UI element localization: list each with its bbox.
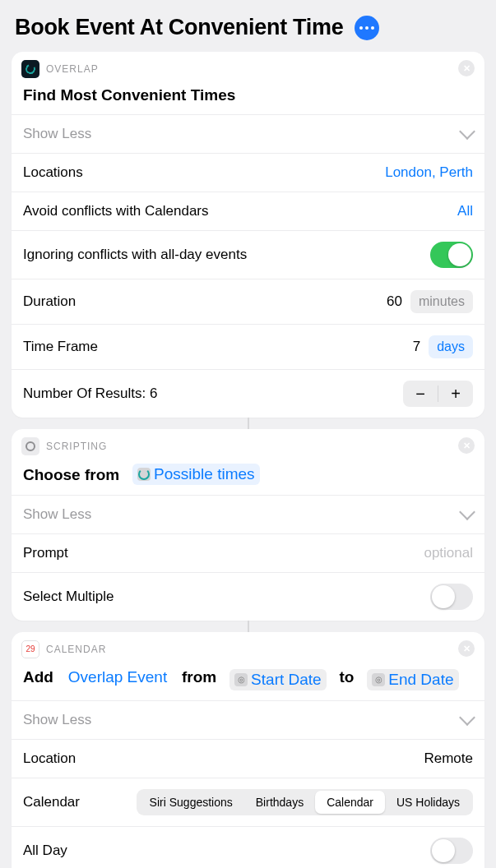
page-title: Book Event At Convenient Time (15, 15, 343, 40)
to-label: to (340, 668, 355, 686)
prompt-label: Prompt (23, 545, 68, 561)
results-row: Number Of Results: 6 − + (12, 369, 484, 418)
overlap-token-icon (137, 468, 151, 481)
calendar-picker-label: Calendar (23, 794, 80, 810)
calendar-segment[interactable]: Birthdays (244, 791, 315, 814)
chevron-down-icon (459, 709, 475, 726)
token-label: End Date (388, 671, 453, 689)
locations-value[interactable]: London, Perth (385, 164, 473, 181)
duration-unit[interactable]: minutes (410, 290, 473, 313)
chevron-down-icon (459, 504, 475, 520)
all-day-toggle[interactable] (430, 838, 473, 864)
calendar-segmented-control[interactable]: Siri SuggestionsBirthdaysCalendarUS Holi… (137, 789, 473, 815)
timeframe-row: Time Frame 7 days (12, 324, 484, 369)
calendar-segment[interactable]: Calendar (315, 791, 385, 814)
calendar-app-icon: 29 (21, 640, 39, 658)
avoid-value[interactable]: All (457, 203, 473, 219)
chevron-down-icon (459, 123, 475, 140)
calendar-picker-row: Calendar Siri SuggestionsBirthdaysCalend… (12, 778, 484, 826)
token-label: Overlap Event (68, 668, 167, 686)
timeframe-unit[interactable]: days (429, 335, 473, 358)
calendar-segment[interactable]: US Holidays (385, 791, 471, 814)
select-multiple-toggle[interactable] (430, 584, 473, 610)
token-label: Start Date (251, 671, 322, 689)
add-label: Add (23, 668, 53, 686)
location-value[interactable]: Remote (424, 750, 473, 767)
show-less-row[interactable]: Show Less (12, 114, 484, 153)
locations-label: Locations (23, 164, 83, 181)
date-token-icon: ◎ (372, 673, 385, 686)
avoid-label: Avoid conflicts with Calendars (23, 203, 209, 219)
start-date-token[interactable]: ◎ Start Date (229, 669, 327, 690)
stepper-plus-button[interactable]: + (438, 381, 473, 407)
overlap-app-icon (21, 60, 39, 78)
action-card-calendar: 29 CALENDAR Add Overlap Event from ◎ Sta… (12, 632, 484, 868)
locations-row[interactable]: Locations London, Perth (12, 153, 484, 192)
close-icon[interactable] (458, 640, 475, 657)
timeframe-value[interactable]: 7 (413, 339, 420, 355)
scripting-app-icon (21, 437, 39, 455)
from-label: from (182, 668, 216, 686)
show-less-row[interactable]: Show Less (12, 700, 484, 739)
overlap-event-token[interactable]: Overlap Event (67, 667, 169, 688)
action-card-scripting: SCRIPTING Choose from Possible times Sho… (12, 429, 484, 621)
app-name-label: SCRIPTING (46, 441, 107, 452)
date-token-icon: ◎ (234, 673, 248, 686)
ignore-allday-row: Ignoring conflicts with all-day events (12, 230, 484, 279)
all-day-label: All Day (23, 843, 67, 859)
avoid-row[interactable]: Avoid conflicts with Calendars All (12, 192, 484, 230)
show-less-label: Show Less (23, 712, 91, 728)
results-stepper: − + (403, 381, 473, 407)
connector-line (248, 418, 249, 429)
end-date-token[interactable]: ◎ End Date (367, 669, 458, 690)
location-row[interactable]: Location Remote (12, 739, 484, 778)
possible-times-token[interactable]: Possible times (132, 464, 260, 485)
action-title[interactable]: Find Most Convenient Times (12, 81, 484, 114)
action-title: Add Overlap Event from ◎ Start Date to ◎… (12, 662, 484, 700)
all-day-row: All Day (12, 826, 484, 869)
timeframe-label: Time Frame (23, 339, 98, 355)
duration-value[interactable]: 60 (387, 293, 402, 310)
calendar-segment[interactable]: Siri Suggestions (138, 791, 244, 814)
show-less-row[interactable]: Show Less (12, 495, 484, 533)
close-icon[interactable] (458, 437, 475, 454)
action-card-overlap: OVERLAP Find Most Convenient Times Show … (12, 52, 484, 418)
more-button[interactable] (355, 16, 379, 40)
location-label: Location (23, 750, 76, 767)
connector-line (248, 621, 249, 632)
show-less-label: Show Less (23, 126, 91, 142)
select-multiple-row: Select Multiple (12, 572, 484, 621)
duration-label: Duration (23, 293, 76, 310)
token-label: Possible times (154, 465, 255, 483)
app-name-label: CALENDAR (46, 644, 106, 655)
action-title: Choose from Possible times (12, 459, 484, 495)
prompt-row[interactable]: Prompt optional (12, 533, 484, 572)
results-label: Number Of Results: 6 (23, 386, 157, 402)
prompt-placeholder[interactable]: optional (424, 545, 473, 561)
ignore-label: Ignoring conflicts with all-day events (23, 247, 247, 263)
select-multiple-label: Select Multiple (23, 589, 114, 605)
stepper-minus-button[interactable]: − (403, 381, 438, 407)
show-less-label: Show Less (23, 506, 91, 523)
choose-from-label: Choose from (23, 466, 119, 483)
duration-row: Duration 60 minutes (12, 279, 484, 324)
app-name-label: OVERLAP (46, 63, 99, 75)
ignore-allday-toggle[interactable] (430, 242, 473, 268)
close-icon[interactable] (458, 60, 475, 76)
